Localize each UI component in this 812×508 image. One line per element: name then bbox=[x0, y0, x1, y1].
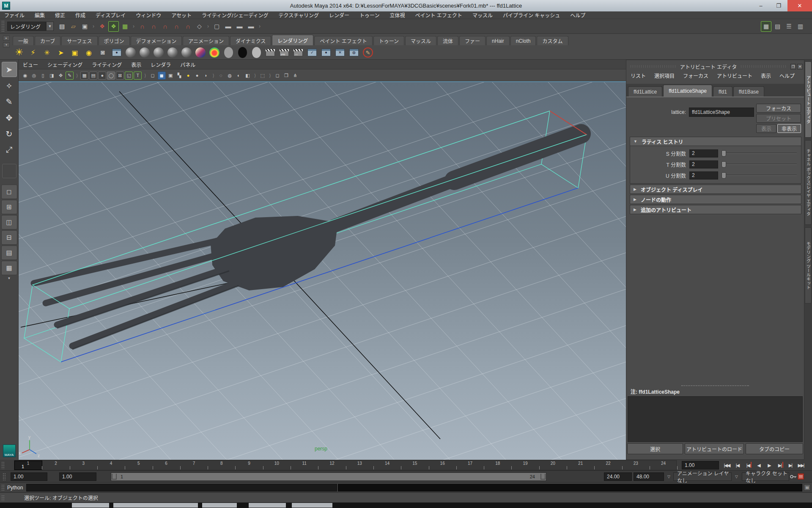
slider-track[interactable] bbox=[726, 164, 797, 165]
attribute-slider[interactable] bbox=[721, 150, 797, 157]
batch-render-icon[interactable]: ○○ bbox=[292, 46, 304, 59]
camera-icon[interactable]: ◙ bbox=[96, 46, 109, 59]
snap-to-curves-icon[interactable]: ∩ bbox=[148, 21, 159, 32]
command-language-label[interactable]: Python bbox=[7, 485, 23, 491]
character-set-dropdown-icon[interactable]: ▽ bbox=[735, 475, 738, 479]
paint-effects-canvas-icon[interactable]: ✎ bbox=[66, 72, 74, 80]
animation-end-field[interactable]: 48.00 bbox=[634, 472, 664, 481]
ae-menu-フォーカス[interactable]: フォーカス bbox=[683, 72, 708, 79]
attribute-slider[interactable] bbox=[721, 161, 797, 168]
time-slider-track[interactable]: 1 12345678910111213141516171819202122232… bbox=[14, 460, 677, 470]
xray-active-icon[interactable]: ❐ bbox=[282, 72, 290, 80]
drag-handle[interactable] bbox=[630, 65, 677, 68]
ambient-light-icon[interactable]: ☀ bbox=[13, 46, 25, 59]
grid-toggle-icon[interactable]: ▦ bbox=[80, 72, 88, 80]
persp-graph-layout[interactable]: ⊟ bbox=[1, 230, 17, 245]
shaded-icon[interactable]: ◼ bbox=[158, 72, 166, 80]
spot-light-icon[interactable]: ➤ bbox=[55, 46, 67, 59]
displacement-node-icon[interactable] bbox=[250, 46, 263, 59]
snap-to-view-planes-icon[interactable]: ∩ bbox=[183, 21, 193, 32]
menu-アセット[interactable]: アセット bbox=[171, 11, 192, 19]
menu-立体視[interactable]: 立体視 bbox=[390, 11, 405, 19]
cancel-batch-render-icon[interactable]: ✕ bbox=[334, 46, 346, 59]
volume-light-icon[interactable]: ◉ bbox=[82, 46, 95, 59]
field-chart-icon[interactable]: ⊠ bbox=[116, 72, 124, 80]
two-sided-lighting-icon[interactable]: ● bbox=[193, 72, 201, 80]
menu-ペイント エフェクト[interactable]: ペイント エフェクト bbox=[415, 11, 462, 19]
select-button[interactable]: 選択 bbox=[627, 443, 683, 454]
load-attributes-button[interactable]: アトリビュートのロード bbox=[685, 443, 744, 454]
step-forward-frame-button[interactable]: ▶| bbox=[785, 460, 796, 470]
viewport-menu-表示[interactable]: 表示 bbox=[131, 61, 141, 68]
animation-preferences-icon[interactable] bbox=[798, 473, 804, 480]
fork-model[interactable] bbox=[34, 134, 581, 349]
go-to-end-button[interactable]: ▶▶| bbox=[796, 460, 806, 470]
shelf-menu-arrow-icon[interactable]: ▾ bbox=[3, 42, 10, 47]
lambert-material-icon[interactable] bbox=[152, 46, 165, 59]
shadows-icon[interactable]: ◌ bbox=[217, 72, 225, 80]
ramp-shader-icon[interactable] bbox=[208, 46, 221, 59]
ae-tab-ffd1LatticeShape[interactable]: ffd1LatticeShape bbox=[663, 85, 712, 97]
modeling-toolkit-toggle-icon[interactable]: ▦ bbox=[761, 21, 771, 32]
wireframe-icon[interactable]: ◻ bbox=[149, 72, 157, 80]
move-tool[interactable]: ✥ bbox=[2, 110, 17, 125]
film-gate-icon[interactable]: ▤ bbox=[89, 72, 97, 80]
plugin-shapes-icon[interactable]: ⋔ bbox=[291, 72, 299, 80]
use-background-icon[interactable] bbox=[236, 46, 249, 59]
menu-ライティング/シェーディング[interactable]: ライティング/シェーディング bbox=[202, 11, 269, 19]
attribute-value-field[interactable]: 2 bbox=[689, 149, 718, 157]
directional-light-icon[interactable]: ⚡ bbox=[27, 46, 39, 59]
side-tab-アトリビュート エディタ[interactable]: アトリビュート エディタ bbox=[805, 61, 812, 138]
maya-swatch-icon[interactable]: MAYA bbox=[3, 444, 16, 457]
motion-blur-icon[interactable]: ◐ bbox=[235, 72, 243, 80]
ipr-render-icon[interactable]: ▬ bbox=[234, 21, 245, 32]
menu-マッスル[interactable]: マッスル bbox=[472, 11, 493, 19]
range-start-handle[interactable] bbox=[112, 474, 117, 480]
shelf-tab-マッスル[interactable]: マッスル bbox=[405, 36, 436, 45]
viewport-menu-パネル[interactable]: パネル bbox=[180, 61, 195, 68]
ae-menu-表示[interactable]: 表示 bbox=[761, 72, 771, 79]
render-settings-icon[interactable]: ✓ bbox=[306, 46, 318, 59]
ae-tab-ffd1Base[interactable]: ffd1Base bbox=[733, 86, 764, 97]
select-by-component-icon[interactable]: ▦ bbox=[120, 21, 130, 32]
shelf-tab-一般[interactable]: 一般 bbox=[13, 36, 34, 45]
attribute-spreadsheet-icon[interactable]: ▤ bbox=[772, 21, 783, 32]
select-tool[interactable]: ➤ bbox=[2, 62, 17, 77]
current-time-field[interactable]: 1.00 bbox=[682, 461, 719, 469]
multisample-icon[interactable]: ◧ bbox=[244, 72, 252, 80]
persp-graph-outliner-layout[interactable]: ▦ bbox=[1, 261, 17, 275]
render-settings-icon[interactable]: ▬ bbox=[246, 21, 256, 32]
rotate-tool[interactable]: ↻ bbox=[2, 126, 17, 141]
hypershade-icon[interactable]: ● bbox=[320, 46, 332, 59]
section-header-lattice-history[interactable]: ▼ ラティス ヒストリ bbox=[630, 137, 801, 146]
shelf-tab-ポリゴン[interactable]: ポリゴン bbox=[99, 36, 130, 45]
slider-track[interactable] bbox=[726, 153, 797, 154]
textured-icon[interactable]: ▣ bbox=[167, 72, 175, 80]
hypergraph-persp-layout[interactable]: ▤ bbox=[1, 246, 17, 260]
menu-作成[interactable]: 作成 bbox=[75, 11, 85, 19]
close-panel-icon[interactable]: ✕ bbox=[797, 64, 803, 69]
slider-track[interactable] bbox=[726, 175, 797, 176]
shelf-tab-サーフェス[interactable]: サーフェス bbox=[61, 36, 97, 45]
menu-ファイル[interactable]: ファイル bbox=[4, 11, 25, 19]
persp-outliner-layout[interactable]: ◫ bbox=[1, 215, 17, 229]
status-line-grip[interactable] bbox=[1, 20, 4, 32]
render-current-frame-icon[interactable]: ▬ bbox=[223, 21, 233, 32]
ae-menu-アトリビュート[interactable]: アトリビュート bbox=[717, 72, 752, 79]
ae-menu-選択項目[interactable]: 選択項目 bbox=[654, 72, 675, 79]
hide-button[interactable]: 非表示 bbox=[777, 124, 801, 133]
save-scene-icon[interactable]: ▣ bbox=[80, 21, 90, 32]
script-editor-icon[interactable]: ▤ bbox=[804, 484, 810, 491]
four-pane-layout[interactable]: ⊞ bbox=[1, 200, 17, 214]
menu-ディスプレイ[interactable]: ディスプレイ bbox=[96, 11, 126, 19]
flat-lighting-icon[interactable]: ◗ bbox=[202, 72, 210, 80]
phong-e-material-icon[interactable] bbox=[180, 46, 193, 59]
section-header-オブジェクト ディスプレイ[interactable]: ▶オブジェクト ディスプレイ bbox=[630, 185, 801, 194]
layout-more-arrow-icon[interactable]: ▼ bbox=[3, 276, 16, 281]
menu-修正[interactable]: 修正 bbox=[55, 11, 65, 19]
snap-to-projected-center-icon[interactable]: ∩ bbox=[171, 21, 182, 32]
viewport-menu-ビュー[interactable]: ビュー bbox=[23, 61, 38, 68]
help-line-grip[interactable] bbox=[1, 495, 4, 501]
step-forward-key-button[interactable]: ▶| bbox=[774, 460, 785, 470]
attribute-slider[interactable] bbox=[721, 172, 797, 179]
